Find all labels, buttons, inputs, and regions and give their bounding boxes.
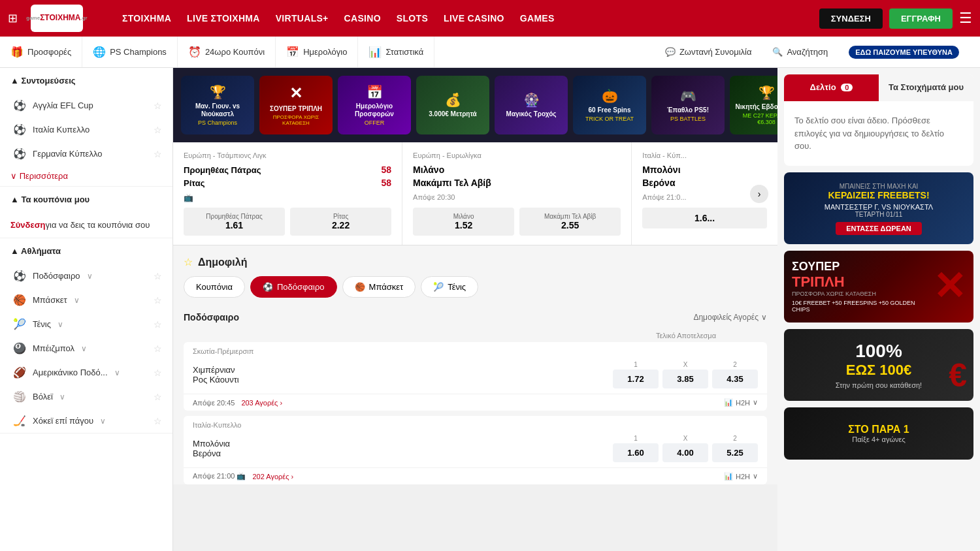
odd-btn-team1-match1[interactable]: Προμηθέας Πάτρας 1.61 xyxy=(184,208,285,236)
football-icon-2: ⚽ xyxy=(13,123,26,136)
nav-search[interactable]: 🔍 Αναζήτηση xyxy=(762,47,838,57)
nav-calendar[interactable]: 📅 Ημερολόγιο xyxy=(276,37,358,67)
right-banner-3[interactable]: 100% ΕΩΣ 100€ Στην πρώτη σου κατάθεση! € xyxy=(784,329,973,401)
chevron-right-icon-baseball: ∨ xyxy=(81,344,87,353)
sports-header[interactable]: ▲ Αθλήματα xyxy=(0,238,172,264)
sport-section-header: Ποδόσφαιρο Δημοφιλείς Αγορές ∨ xyxy=(184,307,767,328)
login-button[interactable]: ΣΥΝΔΕΣΗ xyxy=(819,8,883,29)
right-banner-2[interactable]: ΣΟΥΠΕΡ ΤΡΙΠΛΗ ΠΡΟΣΦΟΡΑ ΧΩΡΙΣ ΚΑΤΑΘΕΣΗ 10… xyxy=(784,251,973,323)
right-panel: Δελτίο 0 Τα Στοιχήματά μου Το δελτίο σου… xyxy=(777,68,980,551)
promo-card-winner[interactable]: 🏆 Νικητής Εβδομάδας ΜΕ C27 ΚΕΡΔΙΣΕ €6.30… xyxy=(730,76,777,134)
event-h2h-2[interactable]: 📊 H2H ∨ xyxy=(724,472,758,480)
nav-statistics[interactable]: 📊 Στατιστικά xyxy=(358,37,434,67)
register-button[interactable]: ΕΓΓΡΑΦΗ xyxy=(889,8,953,29)
event-markets-link-1[interactable]: 203 Αγορές › xyxy=(241,399,282,407)
shortcut-germany-cup[interactable]: ⚽ Γερμανία Κύπελλο ☆ xyxy=(0,142,172,166)
main-nav-links: ΣΤΟΙΧΗΜΑ LIVE ΣΤΟΙΧΗΜΑ VIRTUALS+ CASINO … xyxy=(122,13,806,24)
promo-card-magic-wheel[interactable]: 🎡 Μαγικός Τροχός xyxy=(495,76,568,134)
team1-name-3: Μπολόνι xyxy=(642,165,767,175)
odd-col-1-3: 2 4.35 xyxy=(712,361,758,388)
star-basketball: ☆ xyxy=(154,295,162,306)
my-coupons-header[interactable]: ▲ Τα κουπόνια μου xyxy=(0,187,172,212)
center-content: 🏆 Μαν. Γιουν. vs Νιούκαστλ PS Champions … xyxy=(173,68,777,551)
hamburger-icon[interactable]: ☰ xyxy=(959,10,972,27)
promo-card-ps5[interactable]: 🎮 Έπαθλο PS5! PS BATTLES xyxy=(651,76,725,134)
betslip-card: Δελτίο 0 Τα Στοιχήματά μου Το δελτίο σου… xyxy=(784,74,973,166)
nav-live-chat[interactable]: 💬 Ζωντανή Συνομιλία xyxy=(655,47,762,57)
odd-btn-2-3[interactable]: 5.25 xyxy=(712,443,758,462)
odd-btn-team2-match1[interactable]: Ρίτας 2.22 xyxy=(290,208,391,236)
sidebar-item-tennis[interactable]: 🎾 Τένις ∨ ☆ xyxy=(0,312,172,336)
sidebar-item-american-football[interactable]: 🏈 Αμερικάνικο Ποδό... ∨ ☆ xyxy=(0,360,172,385)
promo-card-cash[interactable]: 💰 3.000€ Μετρητά xyxy=(416,76,489,134)
gift-icon: 🎁 xyxy=(10,46,24,58)
betslip-empty-message: Το δελτίο σου είναι άδειο. Πρόσθεσε επιλ… xyxy=(784,101,973,166)
tab-basketball[interactable]: 🏀 Μπάσκετ xyxy=(342,276,416,298)
odd-btn-match3[interactable]: 1.6... xyxy=(642,208,767,228)
nav-casino[interactable]: CASINO xyxy=(344,13,381,24)
popular-markets-dropdown[interactable]: Δημοφιλείς Αγορές ∨ xyxy=(693,313,767,322)
promo-card-free-spins[interactable]: 🎃 60 Free Spins TRICK OR TREAT xyxy=(573,76,646,134)
nav-24h-coupon[interactable]: ⏰ 24ωρο Κουπόνι xyxy=(178,37,276,67)
nav-auth-buttons: ΣΥΝΔΕΣΗ ΕΓΓΡΑΦΗ ☰ xyxy=(819,8,972,29)
matches-next-button[interactable]: › xyxy=(750,185,768,203)
tab-coupons[interactable]: Κουπόνια xyxy=(184,276,245,298)
nav-offers[interactable]: 🎁 Προσφορές xyxy=(10,37,82,67)
right-banner-4[interactable]: ΣΤΟ ΠΑΡΑ 1 Παίξε 4+ αγώνες xyxy=(784,407,973,460)
site-logo[interactable]: game ΣΤΟΙΧΗΜΑ .gr xyxy=(31,5,83,32)
nav-ps-champions[interactable]: 🌐 PS Champions xyxy=(82,37,178,67)
star-hockey: ☆ xyxy=(154,416,162,426)
star-am-football: ☆ xyxy=(154,368,162,378)
odd-btn-1-1[interactable]: 1.72 xyxy=(613,370,659,388)
banner1-cta[interactable]: ΕΝΤΑΣΣΕ ΔΩΡΕΑΝ xyxy=(836,222,922,235)
nav-live-casino[interactable]: LIVE CASINO xyxy=(444,13,504,24)
tennis-icon: 🎾 xyxy=(13,318,26,330)
sidebar-item-ice-hockey[interactable]: 🏒 Χόκεϊ επί πάγου ∨ ☆ xyxy=(0,409,172,433)
nav-live-stoixima[interactable]: LIVE ΣΤΟΙΧΗΜΑ xyxy=(187,13,260,24)
stats-icon: 📊 xyxy=(368,46,382,58)
shortcut-england-efl[interactable]: ⚽ Αγγλία EFL Cup ☆ xyxy=(0,93,172,118)
odd-btn-team1-match2[interactable]: Μιλάνο 1.52 xyxy=(413,208,514,236)
sidebar-item-volleyball[interactable]: 🏐 Βόλεϊ ∨ ☆ xyxy=(0,385,172,409)
shortcuts-more-link[interactable]: ∨ Περισσότερα xyxy=(0,166,172,186)
shortcut-italy-cup[interactable]: ⚽ Ιταλία Κυπελλο ☆ xyxy=(0,118,172,142)
chevron-right-icon-volleyball: ∨ xyxy=(59,392,65,401)
calendar-icon: 📅 xyxy=(286,46,299,58)
odd-btn-1-2[interactable]: 3.85 xyxy=(662,370,708,388)
grid-menu-icon[interactable]: ⊞ xyxy=(8,11,18,25)
shortcuts-header[interactable]: ▲ Συντομεύσεις xyxy=(0,68,172,93)
responsible-gambling-badge[interactable]: ΕΔΩ ΠΑΙΖΟΥΜΕ ΥΠΕΥΘΥΝΑ xyxy=(838,46,970,59)
right-banner-1[interactable]: ΜΠΑΙΝΕΙΣ ΣΤΗ ΜΑΧΗ ΚΑΙ ΚΕΡΔΙΖΕΙΣ FREEBETS… xyxy=(784,172,973,244)
promo-card-calendar[interactable]: 📅 Ημερολόγιο Προσφορών OFFER xyxy=(338,76,411,134)
nav-slots[interactable]: SLOTS xyxy=(397,13,428,24)
promo-card-super-triple[interactable]: ✕ ΣΟΥΠΕΡ ΤΡΙΠΛΗ ΠΡΟΣΦΟΡΑ ΧΩΡΙΣ ΚΑΤΑΘΕΣΗ xyxy=(259,76,333,134)
coupons-login-link[interactable]: Σύνδεση xyxy=(10,220,46,230)
odd-btn-2-1[interactable]: 1.60 xyxy=(613,443,659,462)
star-icon-1: ☆ xyxy=(154,101,162,111)
odds-group-1: 1 1.72 Χ 3.85 2 4.35 xyxy=(613,361,758,388)
tab-football[interactable]: ⚽ Ποδόσφαιρο xyxy=(250,276,337,298)
star-football: ☆ xyxy=(154,271,162,281)
event-markets-link-2[interactable]: 202 Αγορές › xyxy=(252,473,293,480)
ice-hockey-icon: 🏒 xyxy=(13,415,26,427)
gamepad-icon: 🎮 xyxy=(680,88,696,104)
nav-games[interactable]: GAMES xyxy=(520,13,555,24)
team2-name-3: Βερόνα xyxy=(642,178,767,188)
sidebar-item-baseball[interactable]: 🎱 Μπέιζμπολ ∨ ☆ xyxy=(0,336,172,360)
event-h2h-1[interactable]: 📊 H2H ∨ xyxy=(724,398,758,407)
betslip-tab-mybets[interactable]: Τα Στοιχήματά μου xyxy=(879,74,973,101)
trophy-icon-1: 🏆 xyxy=(210,84,226,100)
betslip-tab-active[interactable]: Δελτίο 0 xyxy=(784,74,879,101)
nav-virtuals[interactable]: VIRTUALS+ xyxy=(276,13,329,24)
chevron-right-icon-football: ∨ xyxy=(87,272,93,281)
promo-card-ps-champions[interactable]: 🏆 Μαν. Γιουν. vs Νιούκαστλ PS Champions xyxy=(181,76,254,134)
odd-btn-1-3[interactable]: 4.35 xyxy=(712,370,758,388)
live-match-card-1: Ευρώπη - Τσάμπιονς Λιγκ Προμηθέας Πάτρας… xyxy=(173,142,402,245)
tab-tennis[interactable]: 🎾 Τένις xyxy=(421,276,478,298)
sidebar-item-basketball[interactable]: 🏀 Μπάσκετ ∨ ☆ xyxy=(0,288,172,312)
nav-stoixima[interactable]: ΣΤΟΙΧΗΜΑ xyxy=(122,13,171,24)
odd-btn-team2-match2[interactable]: Μακάμπι Τελ Αβίβ 2.55 xyxy=(519,208,621,236)
sidebar-item-football[interactable]: ⚽ Ποδόσφαιρο ∨ ☆ xyxy=(0,264,172,288)
baseball-icon: 🎱 xyxy=(13,342,26,354)
odd-btn-2-2[interactable]: 4.00 xyxy=(662,443,708,462)
